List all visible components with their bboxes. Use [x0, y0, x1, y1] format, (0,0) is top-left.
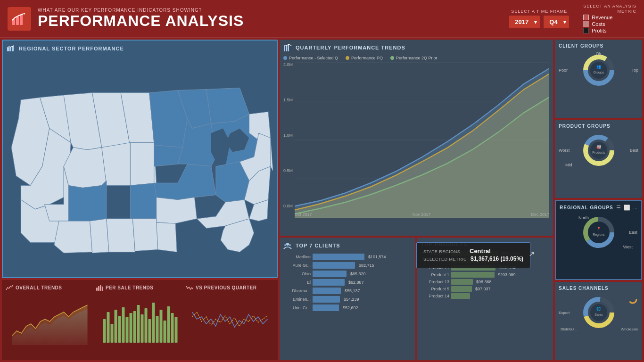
- product-row-5: Product 5 $97,037: [421, 286, 549, 292]
- svg-text:🏭: 🏭: [596, 144, 601, 149]
- client-bar-4: [313, 288, 341, 294]
- costs-checkbox[interactable]: [583, 21, 589, 27]
- sales-channels-donut-svg: 🌐 Sales: [582, 296, 615, 329]
- client-groups-top-label: Top: [631, 68, 638, 73]
- regional-groups-expand-icon[interactable]: ⬜: [624, 205, 630, 211]
- top-clients-card: TOP 7 CLIENTS Medline $101,574 Pure Gr..…: [280, 238, 415, 360]
- regional-west-label: West: [623, 245, 633, 249]
- svg-marker-19: [130, 183, 156, 219]
- svg-rect-48: [103, 319, 106, 343]
- regional-groups-more-icon[interactable]: ···: [633, 205, 637, 211]
- quarterly-trends-card: QUARTERLY PERFORMANCE TRENDS Performance…: [280, 40, 553, 236]
- regional-groups-donut: North East West 📍 Regions: [560, 214, 637, 251]
- x-axis-oct: Oct 2017: [295, 212, 312, 217]
- svg-rect-45: [98, 286, 99, 291]
- year-select[interactable]: 2017 2016 2015 2018: [509, 16, 540, 28]
- product-name-4: Product 13: [421, 280, 449, 284]
- client-groups-donut-svg: 👥 Groups: [582, 54, 615, 87]
- svg-point-78: [289, 244, 291, 246]
- tooltip-metric-value: $1,367,616 (19.05%): [471, 255, 523, 262]
- quarter-select-wrapper[interactable]: Q4 Q1 Q2 Q3: [544, 16, 569, 28]
- metric-profits-row[interactable]: Profits: [583, 28, 606, 33]
- svg-marker-17: [130, 143, 156, 186]
- quarter-select[interactable]: Q4 Q1 Q2 Q3: [544, 16, 569, 28]
- vs-prev-quarter-chart: VS PREVIOUS QUARTER: [186, 284, 274, 356]
- regional-groups-title: REGIONAL GROUPS: [560, 205, 613, 210]
- svg-rect-47: [102, 287, 103, 291]
- map-card-title: REGIONAL SECTOR PERFORMANCE: [19, 46, 124, 51]
- svg-rect-56: [133, 311, 136, 343]
- bottom-charts-panel: OVERALL TRENDS: [2, 280, 278, 360]
- header-title: PERFORMANCE ANALYSIS: [38, 13, 509, 29]
- svg-point-77: [284, 244, 286, 246]
- year-select-wrapper[interactable]: 2017 2016 2015 2018: [509, 16, 540, 28]
- product-value-3: $203,089: [498, 272, 516, 277]
- vs-prev-quarter-area: [186, 293, 274, 356]
- per-sale-trends-chart: PER SALE TRENDS: [96, 284, 184, 356]
- x-axis: Oct 2017 Nov 2017 Dec 2017: [295, 211, 549, 218]
- client-value-6: $52,602: [343, 305, 358, 310]
- svg-rect-53: [122, 307, 125, 343]
- y-axis-2m: 2.0M: [283, 62, 293, 67]
- svg-rect-2: [20, 15, 23, 25]
- tooltip-state-value: Central: [470, 247, 491, 255]
- overall-trends-header: OVERALL TRENDS: [6, 284, 62, 291]
- clients-icon: [283, 241, 292, 250]
- sales-wholesale-label: Wholesale: [621, 327, 638, 331]
- client-name-0: Medline: [283, 255, 311, 259]
- metric-costs-row[interactable]: Costs: [583, 21, 605, 27]
- product-name-5: Product 5: [421, 287, 449, 291]
- svg-marker-16: [102, 143, 131, 186]
- svg-marker-39: [90, 219, 109, 253]
- tooltip-state-row: STATE REGIONS Central: [423, 247, 523, 255]
- legend-2q-prior: Performance 2Q Prior: [390, 56, 438, 60]
- timeframe-label: SELECT A TIME FRAME: [511, 9, 567, 14]
- product-value-5: $97,037: [475, 287, 491, 291]
- metric-revenue-row[interactable]: Revenue: [583, 15, 612, 20]
- product-bar-5: [451, 286, 472, 292]
- client-value-2: $65,320: [350, 272, 366, 276]
- svg-rect-52: [118, 316, 121, 343]
- svg-rect-1: [16, 16, 19, 25]
- svg-rect-50: [111, 324, 114, 343]
- tooltip-metric-row: SELECTED METRIC $1,367,616 (19.05%): [423, 255, 523, 262]
- svg-text:Sales: Sales: [594, 313, 603, 316]
- clients-card-title: TOP 7 CLIENTS: [296, 243, 340, 248]
- client-name-6: Uriel Gr...: [283, 305, 311, 310]
- per-sale-trends-header: PER SALE TRENDS: [96, 284, 153, 291]
- regional-groups-donut-svg: 📍 Regions: [582, 216, 615, 249]
- client-bar-0: [313, 254, 364, 260]
- svg-marker-41: [132, 219, 157, 251]
- client-value-4: $55,137: [345, 288, 360, 293]
- client-bar-2: [313, 271, 347, 277]
- svg-rect-63: [160, 310, 163, 343]
- svg-marker-36: [157, 197, 197, 223]
- trends-legend: Performance - Selected Q Performance PQ …: [283, 56, 549, 60]
- product-value-4: $98,368: [476, 280, 492, 284]
- product-row-4: Product 13 $98,368: [421, 279, 549, 285]
- y-axis-1-5m: 1.5M: [283, 98, 293, 102]
- regional-groups-card: REGIONAL GROUPS ☰ ⬜ ··· North East West …: [555, 200, 642, 280]
- client-bar-1: [313, 262, 355, 269]
- profits-checkbox[interactable]: [583, 28, 589, 33]
- tooltip-metric-label: SELECTED METRIC: [423, 257, 467, 262]
- left-panel: REGIONAL SECTOR PERFORMANCE: [2, 40, 278, 360]
- client-name-4: Dharma...: [283, 288, 311, 293]
- svg-rect-51: [115, 310, 117, 343]
- product-bar-3: [451, 272, 495, 278]
- overall-trends-area: [6, 293, 94, 356]
- regional-groups-menu-icon[interactable]: ☰: [616, 205, 621, 211]
- costs-label: Costs: [592, 21, 605, 27]
- svg-rect-69: [286, 45, 287, 51]
- sales-channels-card: SALES CHANNELS Export Distribut... Whole…: [555, 282, 642, 360]
- cursor-indicator: ↗: [528, 249, 535, 258]
- svg-rect-67: [175, 317, 178, 343]
- product-groups-donut-svg: 🏭 Products: [582, 134, 615, 167]
- tooltip-state-label: STATE REGIONS: [423, 249, 466, 254]
- map-card-header: REGIONAL SECTOR PERFORMANCE: [7, 44, 273, 53]
- svg-rect-68: [284, 46, 285, 51]
- us-map[interactable]: [7, 57, 273, 272]
- regional-groups-icons: ☰ ⬜ ···: [616, 205, 637, 211]
- svg-rect-60: [149, 319, 151, 343]
- revenue-checkbox[interactable]: [583, 15, 589, 20]
